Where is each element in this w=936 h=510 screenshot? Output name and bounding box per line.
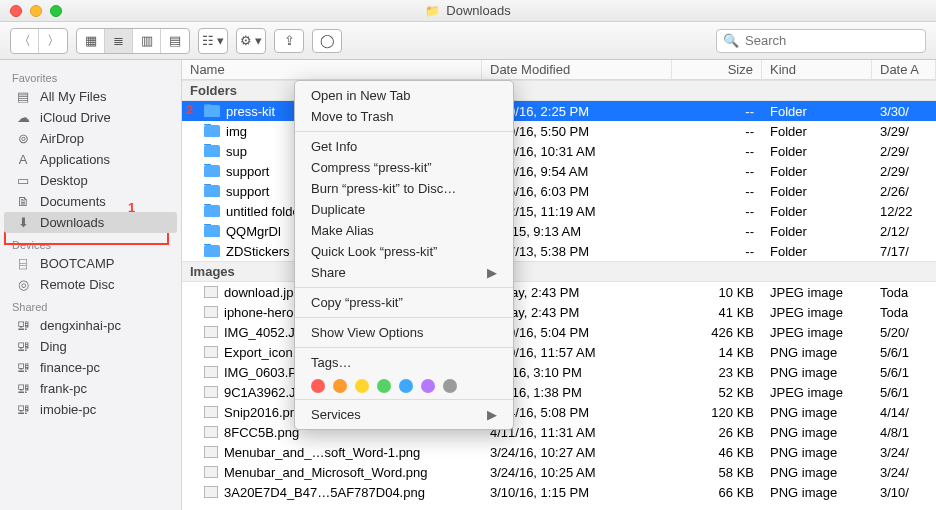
menu-item-duplicate[interactable]: Duplicate xyxy=(295,199,513,220)
nav-buttons: 〈 〉 xyxy=(10,28,68,54)
image-file-icon xyxy=(204,326,218,338)
menu-item-quick-look-press-kit-[interactable]: Quick Look “press-kit” xyxy=(295,241,513,262)
tags-button[interactable]: ◯ xyxy=(312,29,342,53)
sidebar-item-label: dengxinhai-pc xyxy=(40,318,121,333)
column-view-button[interactable]: ▥ xyxy=(133,29,161,53)
forward-button[interactable]: 〉 xyxy=(39,29,67,53)
sidebar-item-downloads[interactable]: ⬇Downloads xyxy=(4,212,177,233)
file-row[interactable]: Menubar_and_…soft_Word-1.png3/24/16, 10:… xyxy=(182,442,936,462)
folder-icon xyxy=(204,145,220,157)
menu-item-burn-press-kit-to-disc-[interactable]: Burn “press-kit” to Disc… xyxy=(295,178,513,199)
image-file-icon xyxy=(204,466,218,478)
minimize-window-button[interactable] xyxy=(30,5,42,17)
sidebar-item-desktop[interactable]: ▭Desktop xyxy=(0,170,181,191)
sidebar-item-remote-disc[interactable]: ◎Remote Disc xyxy=(0,274,181,295)
menu-item-move-to-trash[interactable]: Move to Trash xyxy=(295,106,513,127)
image-file-icon xyxy=(204,386,218,398)
file-size: -- xyxy=(672,224,762,239)
close-window-button[interactable] xyxy=(10,5,22,17)
tag-color[interactable] xyxy=(399,379,413,393)
menu-separator xyxy=(295,317,513,318)
col-date[interactable]: Date Modified xyxy=(482,60,672,79)
file-row[interactable]: Menubar_and_Microsoft_Word.png3/24/16, 1… xyxy=(182,462,936,482)
file-name: support xyxy=(226,164,269,179)
col-size[interactable]: Size xyxy=(672,60,762,79)
sidebar-item-icon: ⊚ xyxy=(14,131,32,146)
menu-item-label: Tags… xyxy=(311,355,351,370)
menu-item-get-info[interactable]: Get Info xyxy=(295,136,513,157)
sidebar-item-ding[interactable]: 🖳Ding xyxy=(0,336,181,357)
icon-view-button[interactable]: ▦ xyxy=(77,29,105,53)
menu-item-share[interactable]: Share▶ xyxy=(295,262,513,283)
file-row[interactable]: 3A20E7D4_B47…5AF787D04.png3/10/16, 1:15 … xyxy=(182,482,936,502)
image-file-icon xyxy=(204,286,218,298)
tag-color[interactable] xyxy=(333,379,347,393)
file-kind: JPEG image xyxy=(762,385,872,400)
arrange-button[interactable]: ☷ ▾ xyxy=(199,29,227,53)
tag-color[interactable] xyxy=(355,379,369,393)
menu-item-label: Services xyxy=(311,407,361,422)
file-kind: Folder xyxy=(762,244,872,259)
sidebar-item-all-my-files[interactable]: ▤All My Files xyxy=(0,86,181,107)
search-input[interactable] xyxy=(745,33,919,48)
sidebar-item-bootcamp[interactable]: ⌸BOOTCAMP xyxy=(0,253,181,274)
tag-color[interactable] xyxy=(311,379,325,393)
menu-item-tags-[interactable]: Tags… xyxy=(295,352,513,373)
coverflow-view-button[interactable]: ▤ xyxy=(161,29,189,53)
tag-color[interactable] xyxy=(443,379,457,393)
file-size: 58 KB xyxy=(672,465,762,480)
menu-item-services[interactable]: Services▶ xyxy=(295,404,513,425)
col-kind[interactable]: Kind xyxy=(762,60,872,79)
sidebar-item-frank-pc[interactable]: 🖳frank-pc xyxy=(0,378,181,399)
col-date-added[interactable]: Date A xyxy=(872,60,936,79)
sidebar-item-label: Remote Disc xyxy=(40,277,114,292)
sidebar-section-header: Shared xyxy=(0,295,181,315)
menu-item-label: Show View Options xyxy=(311,325,424,340)
sidebar-item-imobie-pc[interactable]: 🖳imobie-pc xyxy=(0,399,181,420)
file-size: -- xyxy=(672,164,762,179)
list-view-button[interactable]: ≣ xyxy=(105,29,133,53)
back-button[interactable]: 〈 xyxy=(11,29,39,53)
sidebar-item-icon: ⬇ xyxy=(14,215,32,230)
sidebar-item-dengxinhai-pc[interactable]: 🖳dengxinhai-pc xyxy=(0,315,181,336)
sidebar-item-icon: ▭ xyxy=(14,173,32,188)
sidebar-item-label: AirDrop xyxy=(40,131,84,146)
file-name: download.jpg xyxy=(224,285,301,300)
share-button[interactable]: ⇪ xyxy=(274,29,304,53)
menu-item-label: Copy “press-kit” xyxy=(311,295,403,310)
search-icon: 🔍 xyxy=(723,33,739,48)
file-date-added: 3/10/ xyxy=(872,485,936,500)
file-kind: PNG image xyxy=(762,425,872,440)
submenu-arrow-icon: ▶ xyxy=(487,265,497,280)
tag-color[interactable] xyxy=(421,379,435,393)
menu-item-open-in-new-tab[interactable]: Open in New Tab xyxy=(295,85,513,106)
file-name: Snip2016.png xyxy=(224,405,304,420)
file-date-added: 3/24/ xyxy=(872,465,936,480)
sidebar-item-icloud-drive[interactable]: ☁iCloud Drive xyxy=(0,107,181,128)
sidebar-item-airdrop[interactable]: ⊚AirDrop xyxy=(0,128,181,149)
folder-icon xyxy=(204,225,220,237)
menu-item-compress-press-kit-[interactable]: Compress “press-kit” xyxy=(295,157,513,178)
sidebar-item-label: finance-pc xyxy=(40,360,100,375)
tag-color[interactable] xyxy=(377,379,391,393)
sidebar-section-header: Favorites xyxy=(0,66,181,86)
image-file-icon xyxy=(204,306,218,318)
menu-item-show-view-options[interactable]: Show View Options xyxy=(295,322,513,343)
sidebar-item-icon: ☁ xyxy=(14,110,32,125)
menu-item-copy-press-kit-[interactable]: Copy “press-kit” xyxy=(295,292,513,313)
action-button[interactable]: ⚙ ▾ xyxy=(237,29,265,53)
file-date-added: 7/17/ xyxy=(872,244,936,259)
file-size: -- xyxy=(672,184,762,199)
zoom-window-button[interactable] xyxy=(50,5,62,17)
sidebar-item-documents[interactable]: 🗎Documents xyxy=(0,191,181,212)
sidebar-item-finance-pc[interactable]: 🖳finance-pc xyxy=(0,357,181,378)
menu-item-make-alias[interactable]: Make Alias xyxy=(295,220,513,241)
col-name[interactable]: Name xyxy=(182,60,482,79)
image-file-icon xyxy=(204,406,218,418)
search-field[interactable]: 🔍 xyxy=(716,29,926,53)
sidebar-item-icon: 🖳 xyxy=(14,360,32,375)
title-bar: 📁 Downloads xyxy=(0,0,936,22)
file-kind: Folder xyxy=(762,184,872,199)
sidebar-section-header: Devices xyxy=(0,233,181,253)
sidebar-item-applications[interactable]: AApplications xyxy=(0,149,181,170)
